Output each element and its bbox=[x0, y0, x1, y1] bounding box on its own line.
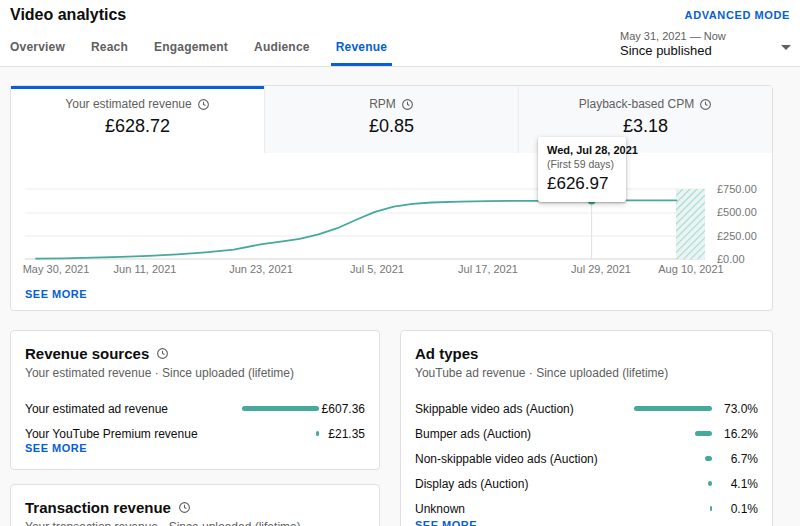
row-label: Bumper ads (Auction) bbox=[415, 427, 622, 441]
row-label: Your YouTube Premium revenue bbox=[25, 427, 229, 441]
x-tick: Jun 11, 2021 bbox=[114, 263, 177, 275]
row-value: 73.0% bbox=[712, 402, 758, 416]
ad-type-row: Non-skippable video ads (Auction) 6.7% bbox=[415, 446, 758, 471]
metric-value: £0.85 bbox=[265, 116, 518, 137]
card-subtitle: Your transaction revenue · Since uploade… bbox=[25, 520, 365, 526]
analytics-tabs: Overview Reach Engagement Audience Reven… bbox=[10, 32, 413, 66]
row-bar bbox=[695, 431, 712, 436]
revenue-line bbox=[36, 200, 676, 258]
row-value: £607.36 bbox=[319, 402, 365, 416]
y-tick: £250.00 bbox=[717, 230, 757, 242]
row-value: 16.2% bbox=[712, 427, 758, 441]
x-tick: Jul 5, 2021 bbox=[350, 263, 404, 275]
tooltip-date: Wed, Jul 28, 2021 bbox=[547, 144, 617, 156]
clock-icon bbox=[699, 98, 712, 111]
row-label: Your estimated ad revenue bbox=[25, 402, 229, 416]
ad-type-row: Unknown 0.1% bbox=[415, 496, 758, 521]
card-title: Ad types bbox=[415, 345, 478, 362]
tab-revenue[interactable]: Revenue bbox=[336, 32, 387, 66]
x-tick: May 30, 2021 bbox=[23, 263, 90, 275]
x-tick: Jun 23, 2021 bbox=[229, 263, 293, 275]
ad-types-card: Ad types YouTube ad revenue · Since uplo… bbox=[400, 330, 773, 526]
date-range-picker[interactable]: May 31, 2021 — Now Since published bbox=[620, 30, 773, 66]
row-bar bbox=[705, 456, 712, 461]
incomplete-data-hatch bbox=[676, 189, 705, 259]
see-more-link[interactable]: SEE MORE bbox=[25, 442, 87, 454]
row-label: Non-skippable video ads (Auction) bbox=[415, 452, 622, 466]
metric-value: £3.18 bbox=[519, 116, 772, 137]
tooltip-note: (First 59 days) bbox=[547, 158, 617, 170]
clock-icon bbox=[401, 98, 414, 111]
ad-type-row: Bumper ads (Auction) 16.2% bbox=[415, 421, 758, 446]
x-tick: Jul 17, 2021 bbox=[458, 263, 518, 275]
revenue-source-row: Your estimated ad revenue £607.36 bbox=[25, 396, 365, 421]
revenue-sources-card: Revenue sources Your estimated revenue ·… bbox=[10, 330, 380, 470]
row-value: 6.7% bbox=[712, 452, 758, 466]
clock-icon bbox=[156, 347, 169, 360]
row-value: 4.1% bbox=[712, 477, 758, 491]
page-title: Video analytics bbox=[10, 6, 126, 24]
metric-label: RPM bbox=[369, 97, 396, 111]
see-more-link[interactable]: SEE MORE bbox=[25, 288, 87, 300]
clock-icon bbox=[197, 98, 210, 111]
row-value: £21.35 bbox=[319, 427, 365, 441]
see-more-link[interactable]: SEE MORE bbox=[415, 519, 477, 526]
row-value: 0.1% bbox=[712, 502, 758, 516]
video-analytics-page: Video analytics ADVANCED MODE Overview R… bbox=[0, 0, 800, 526]
row-label: Unknown bbox=[415, 502, 622, 516]
card-title: Revenue sources bbox=[25, 345, 149, 362]
metric-label: Your estimated revenue bbox=[65, 97, 191, 111]
transaction-revenue-card: Transaction revenue Your transaction rev… bbox=[10, 484, 380, 526]
x-tick: Aug 10, 2021 bbox=[658, 263, 723, 275]
metric-value: £628.72 bbox=[11, 116, 264, 137]
card-title: Transaction revenue bbox=[25, 499, 171, 516]
x-tick: Jul 29, 2021 bbox=[571, 263, 631, 275]
y-tick: £750.00 bbox=[717, 183, 757, 195]
card-subtitle: Your estimated revenue · Since uploaded … bbox=[25, 366, 365, 380]
metric-estimated-revenue[interactable]: Your estimated revenue £628.72 bbox=[11, 86, 264, 153]
y-tick: £500.00 bbox=[717, 206, 757, 218]
advanced-mode-button[interactable]: ADVANCED MODE bbox=[685, 9, 790, 21]
metric-rpm[interactable]: RPM £0.85 bbox=[264, 86, 518, 153]
date-range-selected: Since published bbox=[620, 43, 773, 58]
metric-strip: Your estimated revenue £628.72 RPM £0.85… bbox=[11, 86, 772, 153]
ad-type-row: Display ads (Auction) 4.1% bbox=[415, 471, 758, 496]
metric-label: Playback-based CPM bbox=[579, 97, 694, 111]
row-label: Display ads (Auction) bbox=[415, 477, 622, 491]
tab-engagement[interactable]: Engagement bbox=[154, 32, 228, 66]
row-bar bbox=[242, 406, 319, 411]
header: Video analytics ADVANCED MODE Overview R… bbox=[0, 0, 800, 67]
tab-reach[interactable]: Reach bbox=[91, 32, 128, 66]
tab-overview[interactable]: Overview bbox=[10, 32, 65, 66]
row-bar bbox=[634, 406, 712, 411]
ad-type-row: Skippable video ads (Auction) 73.0% bbox=[415, 396, 758, 421]
date-range-text: May 31, 2021 — Now bbox=[620, 30, 773, 42]
revenue-overview-card: Your estimated revenue £628.72 RPM £0.85… bbox=[10, 85, 773, 311]
tab-audience[interactable]: Audience bbox=[254, 32, 310, 66]
revenue-line-chart[interactable]: £750.00 £500.00 £250.00 £0.00 May 30, 20… bbox=[11, 153, 774, 281]
chevron-down-icon bbox=[781, 45, 791, 50]
row-label: Skippable video ads (Auction) bbox=[415, 402, 622, 416]
tooltip-value: £626.97 bbox=[547, 174, 617, 194]
clock-icon bbox=[178, 501, 191, 514]
card-subtitle: YouTube ad revenue · Since uploaded (lif… bbox=[415, 366, 758, 380]
chart-tooltip: Wed, Jul 28, 2021 (First 59 days) £626.9… bbox=[538, 137, 626, 202]
